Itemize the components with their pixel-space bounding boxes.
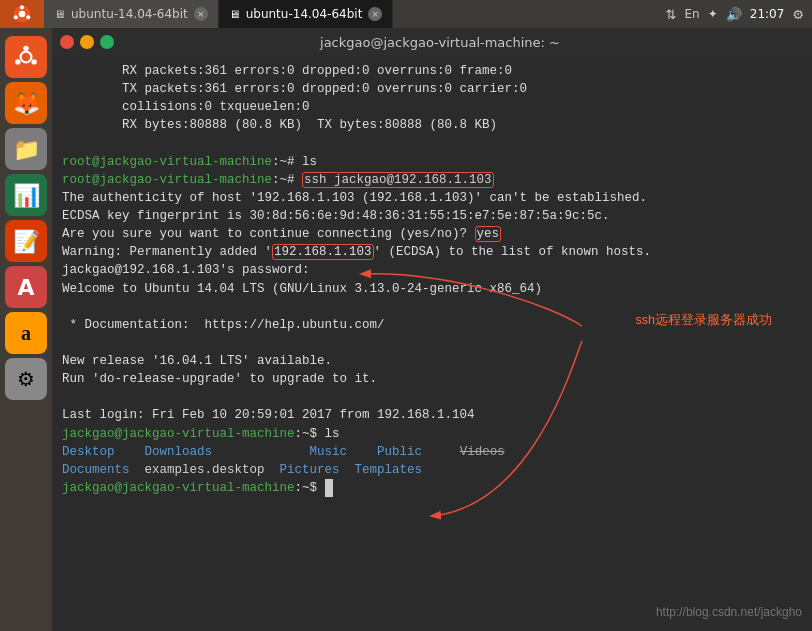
- term-line-10: Are you sure you want to continue connec…: [62, 225, 802, 243]
- tab1-close[interactable]: ×: [194, 7, 208, 21]
- term-line-16: [62, 334, 802, 352]
- svg-point-7: [31, 59, 36, 64]
- terminal-titlebar: jackgao@jackgao-virtual-machine: ~: [52, 28, 812, 56]
- svg-point-6: [23, 46, 28, 51]
- svg-point-5: [21, 52, 32, 63]
- sidebar-icon-fonts[interactable]: A: [5, 266, 47, 308]
- term-line-14: [62, 298, 802, 316]
- term-line-5: [62, 135, 802, 153]
- term-line-23: Documents examples.desktop Pictures Temp…: [62, 461, 802, 479]
- system-tray: ⇅ En ✦ 🔊 21:07 ⚙: [666, 7, 812, 22]
- term-line-21: jackgao@jackgao-virtual-machine:~$ ls: [62, 425, 802, 443]
- watermark: http://blog.csdn.net/jackgho: [656, 604, 802, 621]
- terminal-window: jackgao@jackgao-virtual-machine: ~ RX pa…: [52, 28, 812, 631]
- svg-point-2: [20, 5, 24, 9]
- term-line-20: Last login: Fri Feb 10 20:59:01 2017 fro…: [62, 406, 802, 424]
- term-line-22: Desktop Downloads Music Public Videos: [62, 443, 802, 461]
- tab1-icon: 🖥: [54, 8, 65, 21]
- svg-point-8: [15, 59, 20, 64]
- term-line-4: RX bytes:80888 (80.8 KB) TX bytes:80888 …: [62, 116, 802, 134]
- bluetooth-icon: ✦: [708, 7, 718, 21]
- sidebar-icon-writer[interactable]: 📝: [5, 220, 47, 262]
- taskbar-left: 🖥 ubuntu-14.04-64bit × 🖥 ubuntu-14.04-64…: [0, 0, 666, 28]
- sidebar-icon-files[interactable]: 📁: [5, 128, 47, 170]
- term-line-18: Run 'do-release-upgrade' to upgrade to i…: [62, 370, 802, 388]
- svg-point-3: [26, 15, 30, 19]
- term-line-6: root@jackgao-virtual-machine:~# ls: [62, 153, 802, 171]
- power-icon[interactable]: ⚙: [792, 7, 804, 22]
- term-line-7: root@jackgao-virtual-machine:~# ssh jack…: [62, 171, 802, 189]
- tab-bar: 🖥 ubuntu-14.04-64bit × 🖥 ubuntu-14.04-64…: [44, 0, 666, 28]
- home-button[interactable]: [0, 0, 44, 28]
- tab-2[interactable]: 🖥 ubuntu-14.04-64bit ×: [219, 0, 394, 28]
- svg-point-4: [14, 15, 18, 19]
- term-line-8: The authenticity of host '192.168.1.103 …: [62, 189, 802, 207]
- volume-icon: 🔊: [726, 7, 742, 22]
- top-taskbar: 🖥 ubuntu-14.04-64bit × 🖥 ubuntu-14.04-64…: [0, 0, 812, 28]
- tab1-label: ubuntu-14.04-64bit: [71, 7, 188, 21]
- sidebar-icon-ubuntu[interactable]: [5, 36, 47, 78]
- term-line-13: Welcome to Ubuntu 14.04 LTS (GNU/Linux 3…: [62, 280, 802, 298]
- term-line-15: * Documentation: https://help.ubuntu.com…: [62, 316, 802, 334]
- term-line-11: Warning: Permanently added '192.168.1.10…: [62, 243, 802, 261]
- term-line-12: jackgao@192.168.1.103's password:: [62, 261, 802, 279]
- tab-1[interactable]: 🖥 ubuntu-14.04-64bit ×: [44, 0, 219, 28]
- term-line-2: TX packets:361 errors:0 dropped:0 overru…: [62, 80, 802, 98]
- sidebar: 🦊 📁 📊 📝 A a ⚙: [0, 28, 52, 631]
- tab2-close[interactable]: ×: [368, 7, 382, 21]
- svg-point-1: [19, 11, 26, 18]
- term-line-9: ECDSA key fingerprint is 30:8d:56:6e:9d:…: [62, 207, 802, 225]
- term-line-19: [62, 388, 802, 406]
- sidebar-icon-firefox[interactable]: 🦊: [5, 82, 47, 124]
- window-close-button[interactable]: [60, 35, 74, 49]
- term-line-1: RX packets:361 errors:0 dropped:0 overru…: [62, 62, 802, 80]
- sidebar-icon-settings[interactable]: ⚙: [5, 358, 47, 400]
- keyboard-layout[interactable]: En: [685, 7, 700, 21]
- terminal-content[interactable]: RX packets:361 errors:0 dropped:0 overru…: [52, 56, 812, 631]
- terminal-title: jackgao@jackgao-virtual-machine: ~: [76, 35, 804, 50]
- term-line-3: collisions:0 txqueuelen:0: [62, 98, 802, 116]
- term-line-17: New release '16.04.1 LTS' available.: [62, 352, 802, 370]
- clock: 21:07: [750, 7, 785, 21]
- term-line-24: jackgao@jackgao-virtual-machine:~$: [62, 479, 802, 497]
- tab2-icon: 🖥: [229, 8, 240, 21]
- sidebar-icon-amazon[interactable]: a: [5, 312, 47, 354]
- sort-icon: ⇅: [666, 7, 677, 22]
- sidebar-icon-calc[interactable]: 📊: [5, 174, 47, 216]
- tab2-label: ubuntu-14.04-64bit: [246, 7, 363, 21]
